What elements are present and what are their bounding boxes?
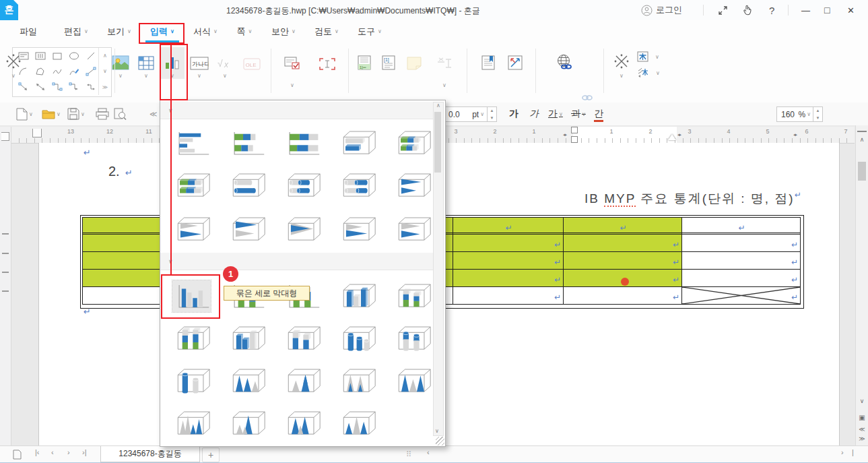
table-cell[interactable]: ↵: [453, 252, 564, 270]
prev-page-icon[interactable]: ≪: [857, 426, 867, 433]
form-button[interactable]: ∨: [279, 47, 306, 88]
indent-marker-top[interactable]: [571, 127, 578, 133]
chart-thumb-vcone-4[interactable]: [393, 365, 432, 397]
chart-thumb-hcone-5[interactable]: [338, 214, 376, 245]
inputhelper-button[interactable]: ∨: [637, 51, 659, 62]
hyperlink-button[interactable]: [543, 47, 586, 72]
login-button[interactable]: 로그인: [641, 3, 682, 18]
charmap-button[interactable]: ∨: [607, 47, 636, 79]
chart-thumb-hcone-6[interactable]: [393, 214, 432, 245]
menu-검토[interactable]: 검토∨: [306, 20, 347, 42]
chart-thumb-vpyr-3[interactable]: [283, 408, 321, 439]
elbow-arrow-tool-icon[interactable]: [66, 80, 82, 94]
page-layout-icon[interactable]: [13, 450, 22, 461]
panel-section-header[interactable]: ∨: [160, 102, 444, 119]
zoom-stepper[interactable]: ▲▼: [813, 106, 823, 122]
scroll-up-icon[interactable]: ∧: [857, 136, 867, 143]
underline-button[interactable]: 가∨: [548, 108, 563, 120]
scroll-down-icon[interactable]: ∨: [435, 428, 439, 434]
polygon-tool-icon[interactable]: [32, 64, 48, 79]
chart-thumb-v3-clustered[interactable]: [338, 280, 376, 312]
indent-marker-bottom[interactable]: [571, 136, 578, 143]
print-preview-button[interactable]: [113, 106, 127, 122]
table-cell[interactable]: ↵: [453, 270, 564, 287]
table-cell[interactable]: ↵: [682, 287, 801, 305]
menu-파일[interactable]: 파일: [13, 20, 43, 42]
split-view-icon[interactable]: |: [852, 448, 854, 456]
chart-thumb-hcone-1[interactable]: [393, 170, 432, 202]
chart-thumb-hcyl-clustered[interactable]: [228, 170, 266, 202]
hanja-button[interactable]: ∨: [637, 67, 660, 78]
hscroll-left-icon[interactable]: ‹: [427, 448, 430, 456]
crossref-button[interactable]: [502, 47, 528, 82]
menu-서식[interactable]: 서식∨: [185, 20, 226, 42]
menu-입력[interactable]: 입력∨: [141, 20, 183, 42]
menu-편집[interactable]: 편집∨: [55, 20, 97, 42]
menu-보기[interactable]: 보기∨: [98, 20, 140, 42]
chart-thumb-hcone-3[interactable]: [228, 214, 266, 245]
table-button[interactable]: ∨: [136, 47, 156, 79]
hscroll-right-icon[interactable]: ›: [841, 448, 844, 456]
node-line-tool-icon[interactable]: [83, 64, 99, 79]
footnote-button[interactable]: 1)═: [354, 47, 374, 72]
scroll-up-icon[interactable]: ∧: [434, 102, 443, 109]
print-button[interactable]: [96, 106, 109, 122]
next-tab-button[interactable]: ›: [67, 448, 70, 456]
chart-thumb-vcyl-1[interactable]: [338, 323, 376, 354]
font-size-combo[interactable]: 0.0 pt ∨: [443, 106, 488, 122]
open-document-button[interactable]: ∨: [42, 106, 61, 122]
chevron-down-icon[interactable]: ∨: [582, 111, 586, 117]
ellipse-tool-icon[interactable]: [66, 49, 82, 63]
rectangle-tool-icon[interactable]: [49, 49, 65, 63]
curve-tool-icon[interactable]: [49, 64, 65, 79]
chart-thumb-h2-percent[interactable]: [283, 127, 321, 159]
chevron-down-icon[interactable]: ∨: [57, 111, 61, 117]
touch-mode-button[interactable]: [742, 3, 752, 18]
chart-thumb-vpyr-4[interactable]: [338, 408, 376, 439]
chevron-down-icon[interactable]: ∨: [29, 111, 33, 117]
font-size-stepper[interactable]: ▲▼: [487, 106, 497, 122]
scroll-down-icon[interactable]: ∨: [857, 398, 867, 404]
minimize-button[interactable]: —: [801, 3, 810, 18]
table-cell[interactable]: ↵: [682, 270, 801, 287]
chart-thumb-vcone-2[interactable]: [283, 365, 321, 397]
splitter-grip-icon[interactable]: ⠿: [406, 450, 412, 459]
table-cell[interactable]: ↵: [453, 235, 564, 252]
vertical-ruler[interactable]: [0, 127, 11, 445]
tab-stop-icon[interactable]: ◂▸: [563, 132, 566, 137]
split-handle[interactable]: [857, 127, 867, 132]
last-tab-button[interactable]: ›|: [82, 448, 87, 456]
menu-쪽[interactable]: 쪽∨: [228, 20, 261, 42]
table-cell[interactable]: ↵: [564, 235, 682, 252]
panel-scroll-thumb[interactable]: [434, 112, 441, 173]
save-document-button[interactable]: ∨: [67, 106, 85, 122]
table-cell[interactable]: ↵: [453, 287, 564, 305]
chart-thumb-v3-clustered2[interactable]: [228, 323, 266, 354]
menu-보안[interactable]: 보안∨: [263, 20, 304, 42]
text-color-button[interactable]: 간: [594, 108, 603, 122]
right-indent-marker[interactable]: [668, 134, 676, 140]
next-page-icon[interactable]: ≫: [857, 435, 867, 442]
chart-thumb-v3-percent[interactable]: [172, 323, 211, 354]
table-cell[interactable]: ↵: [682, 217, 801, 235]
scroll-down-icon[interactable]: ∨: [103, 68, 107, 74]
help-button[interactable]: ?: [769, 3, 774, 18]
full-window-button[interactable]: [718, 3, 728, 18]
prev-tab-button[interactable]: ‹: [51, 448, 54, 456]
memo-button[interactable]: [404, 47, 424, 72]
chevron-down-icon[interactable]: ∨: [559, 111, 563, 117]
panel-section-header[interactable]: ∨: [160, 253, 444, 270]
elbow-double-arrow-tool-icon[interactable]: [83, 80, 99, 94]
chart-thumb-h3-stacked[interactable]: [393, 127, 432, 159]
field-button[interactable]: [312, 47, 342, 72]
endnote-button[interactable]: [1]: [378, 47, 399, 72]
table-cell[interactable]: ↵: [682, 252, 801, 270]
equation-button[interactable]: √x∨: [213, 47, 237, 79]
arrow-line-tool-icon[interactable]: [15, 80, 32, 94]
chevron-down-icon[interactable]: ∨: [81, 111, 85, 117]
first-tab-button[interactable]: |‹: [35, 448, 40, 456]
bookmark-button[interactable]: [475, 47, 501, 72]
vertical-textbox-tool-icon[interactable]: [32, 49, 48, 63]
chart-thumb-v2-clustered[interactable]: [172, 280, 211, 312]
double-arrow-tool-icon[interactable]: [32, 80, 48, 94]
